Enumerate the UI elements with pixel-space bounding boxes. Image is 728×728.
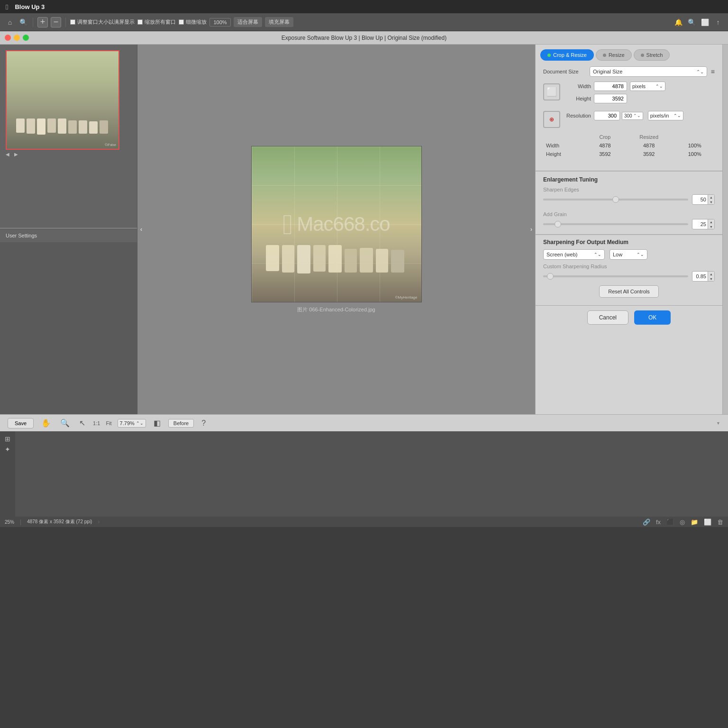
table-row: Height 3592 3592 100% [543,150,715,158]
custom-radius-thumb[interactable] [547,273,554,280]
window-max-btn[interactable] [23,35,29,41]
ps-bottom-fx-icon[interactable]: fx [656,519,661,526]
thumbnail-frame[interactable]: ©iFalse [6,50,119,150]
custom-radius-track[interactable] [543,275,688,277]
ps-bottom-circle-icon[interactable]: ◎ [680,519,685,526]
notifications-icon[interactable]: 🔔 [673,17,683,27]
custom-radius-value: 0.85 [692,273,708,280]
help-icon[interactable]: ? [200,418,208,428]
custom-radius-stepper[interactable]: ▲ ▼ [708,272,714,281]
add-grain-track[interactable] [543,223,688,225]
add-grain-value: 25 [692,220,708,228]
res-fields: Resolution 300 ⌃⌄ pixels/in ⌃⌄ [565,111,715,123]
hand-tool-icon[interactable]: ✋ [39,418,53,428]
ps-bottom-layer-icon[interactable]: ⬛ [666,519,674,526]
sharpen-edges-value: 50 [692,196,708,203]
resolution-input[interactable] [594,111,620,120]
fit-screen-btn[interactable]: 适合屏幕 [234,17,262,27]
tab-resize[interactable]: Resize [596,49,632,61]
ps-bottom-link-icon[interactable]: 🔗 [643,519,650,526]
down-arrow-icon[interactable]: ▼ [716,421,720,426]
sharpen-edges-up[interactable]: ▲ [708,195,714,200]
apple-menu-icon[interactable]:  [6,3,8,11]
custom-radius-row: Custom Sharpening Radius 0.85 ▲ ▼ [543,264,715,282]
search-icon[interactable]: 🔍 [18,17,28,27]
unit-select[interactable]: pixels ⌃⌄ [630,82,665,91]
magnify-tool-icon[interactable]: 🔍 [58,418,72,428]
arrow-tool-icon[interactable]: ↖ [77,418,87,428]
ps-bottom-rect-icon[interactable]: ⬜ [704,519,711,526]
user-settings-area [0,242,137,414]
level-select-arrow: ⌃⌄ [637,252,644,257]
thumbnail-area: ©iFalse ◀ ▶ [0,45,137,228]
checkbox-zoom-all[interactable]: 缩放所有窗口 [137,18,176,26]
watermark-apple-icon:  [282,208,293,240]
zoom-percent-input[interactable] [209,18,231,27]
level-select[interactable]: Low ⌃⌄ [610,249,647,260]
save-btn[interactable]: Save [8,418,34,428]
window-min-btn[interactable] [14,35,20,41]
add-grain-up[interactable]: ▲ [708,219,714,224]
resolution-stepper[interactable]: 300 ⌃⌄ [622,112,643,120]
dims-section: ⬜ Width pixels ⌃⌄ Height [543,82,715,106]
fit-label: Fit [106,420,111,426]
ps-bottom-folder-icon[interactable]: 📁 [691,519,698,526]
home-icon[interactable]: ⌂ [5,17,15,27]
ps-canvas [15,431,728,517]
tab-stretch[interactable]: Stretch [634,49,670,61]
medium-select[interactable]: Screen (web) ⌃⌄ [543,249,605,260]
ps-zoom-status: 25% [5,519,14,525]
settings-menu-icon[interactable]: ≡ [711,68,715,75]
custom-radius-up[interactable]: ▲ [708,272,714,276]
sharpen-edges-stepper[interactable]: ▲ ▼ [708,195,714,204]
ps-tool-1[interactable]: ⊞ [5,435,10,443]
zoom-pct-select[interactable]: 7.79% ⌃⌄ [118,419,146,428]
custom-radius-down[interactable]: ▼ [708,276,714,281]
checkbox-fine-zoom[interactable]: ✓ 细微缩放 [179,18,207,26]
cancel-btn[interactable]: Cancel [587,310,628,325]
sharpen-edges-label: Sharpen Edges [543,187,715,192]
dims-fields: Width pixels ⌃⌄ Height [565,82,715,106]
sharpen-edges-thumb[interactable] [612,196,619,203]
ok-btn[interactable]: OK [634,310,671,325]
add-grain-stepper[interactable]: ▲ ▼ [708,219,714,229]
resolution-icon: ⊕ [543,111,560,128]
window-icon[interactable]: ⬜ [700,17,710,27]
checkbox-adjust-window[interactable]: ✓ 调整窗口大小以满屏显示 [70,18,135,26]
res-unit-select[interactable]: pixels/in ⌃⌄ [648,111,683,120]
doc-size-arrow: ⌃⌄ [696,69,704,74]
right-panel-scrollbar[interactable] [722,45,728,414]
ps-tool-2[interactable]: ✦ [5,446,10,453]
before-btn[interactable]: Before [168,419,194,428]
fill-screen-btn[interactable]: 填充屏幕 [265,17,293,27]
tab-crop-resize[interactable]: Crop & Resize [540,49,594,61]
add-grain-thumb[interactable] [555,221,561,228]
sharpen-edges-slider-row: 50 ▲ ▼ [543,194,715,205]
width-input[interactable] [594,82,627,91]
macos-menubar:  Blow Up 3 [0,0,728,13]
zoom-out-icon[interactable]: − [51,17,61,27]
compare-icon[interactable]: ◧ [152,418,163,428]
ps-bottom-trash-icon[interactable]: 🗑 [717,519,723,526]
doc-size-select[interactable]: Original Size ⌃⌄ [590,66,707,77]
doc-size-row: Document Size Original Size ⌃⌄ ≡ [543,66,715,77]
nav-arrow-right[interactable]: › [528,220,535,239]
add-grain-down[interactable]: ▼ [708,224,714,229]
tab-dot-resize [603,54,606,57]
nav-arrow-left[interactable]: ‹ [137,220,145,239]
app-menu-label[interactable]: Blow Up 3 [15,3,45,10]
search2-icon[interactable]: 🔍 [686,17,697,27]
reset-all-btn[interactable]: Reset All Controls [599,285,658,298]
sharpen-edges-row: Sharpen Edges 50 ▲ ▼ [536,185,722,207]
width-row: Width pixels ⌃⌄ [565,82,715,91]
thumb-nav-right[interactable]: ▶ [14,152,18,157]
sharpen-edges-down[interactable]: ▼ [708,200,714,204]
add-grain-label: Add Grain [543,211,715,217]
zoom-in-icon[interactable]: + [37,17,48,27]
window-close-btn[interactable] [5,35,11,41]
height-input[interactable] [594,94,627,103]
plugin-bottom-bar: Save ✋ 🔍 ↖ 1:1 Fit 7.79% ⌃⌄ ◧ Before ? ▼ [0,414,728,431]
thumb-nav-left[interactable]: ◀ [6,152,9,157]
share-icon[interactable]: ↑ [713,17,723,27]
sharpen-edges-track[interactable] [543,199,688,200]
